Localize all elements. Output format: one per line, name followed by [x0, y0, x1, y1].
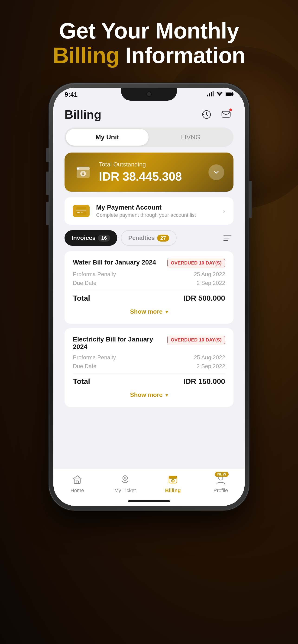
- invoice-total-row-1: Total IDR 150.000: [73, 377, 225, 386]
- svg-rect-16: [76, 210, 86, 212]
- show-more-btn-0[interactable]: Show more ▾: [73, 306, 225, 316]
- ticket-icon-wrap: [119, 474, 131, 486]
- home-icon-wrap: [71, 474, 83, 486]
- notification-dot: [229, 108, 232, 112]
- svg-rect-14: [77, 168, 79, 170]
- show-more-text-1: Show more: [130, 391, 162, 398]
- app-header: Billing: [53, 102, 245, 126]
- invoice-name-0: Water Bill for January 2024: [73, 259, 156, 266]
- power-button: [249, 181, 252, 218]
- hero-section: Get Your Monthly Billing Information: [0, 18, 298, 68]
- filter-button[interactable]: [221, 232, 233, 244]
- phone-shell: 9:41 Billing: [49, 84, 249, 510]
- total-value-1: IDR 150.000: [183, 377, 225, 386]
- due-value-0: 2 Sep 2022: [197, 280, 225, 286]
- svg-rect-18: [81, 212, 83, 213]
- phone-screen: 9:41 Billing: [53, 88, 245, 506]
- invoice-header-1: Electricity Bill for January 2024 OVERDU…: [73, 336, 225, 350]
- svg-rect-27: [169, 476, 177, 478]
- nav-billing-label: Billing: [165, 488, 181, 494]
- payment-title: My Payment Account: [96, 204, 216, 211]
- page-title: Billing: [65, 108, 101, 122]
- nav-my-ticket[interactable]: My Ticket: [101, 474, 149, 494]
- invoice-card-1: Electricity Bill for January 2024 OVERDU…: [65, 328, 233, 407]
- total-label-0: Total: [73, 294, 90, 302]
- message-button[interactable]: [219, 107, 233, 122]
- invoice-row-proforma-1: Proforma Penalty 25 Aug 2022: [73, 354, 225, 361]
- billing-icon-wrap: $: [167, 474, 179, 486]
- outstanding-label: Total Outstanding: [99, 161, 202, 168]
- signal-icon: [207, 91, 213, 98]
- svg-point-24: [123, 476, 127, 480]
- invoice-row-due-1: Due Date 2 Sep 2022: [73, 363, 225, 370]
- outstanding-amount: IDR 38.445.308: [99, 170, 202, 183]
- proforma-label-1: Proforma Penalty: [73, 354, 116, 361]
- profile-icon-wrap: NEW: [215, 474, 227, 486]
- payment-account-row[interactable]: My Payment Account Complete payment thro…: [65, 197, 233, 225]
- outstanding-text: Total Outstanding IDR 38.445.308: [99, 161, 202, 183]
- tab-living[interactable]: LIVNG: [149, 129, 232, 146]
- svg-rect-0: [207, 94, 208, 96]
- volume-down-button: [46, 202, 49, 225]
- app-content: Billing: [53, 102, 245, 506]
- invoices-count: 16: [98, 234, 110, 242]
- outstanding-chevron[interactable]: [208, 164, 224, 180]
- total-label-1: Total: [73, 377, 90, 386]
- svg-rect-6: [232, 93, 233, 95]
- overdue-badge-1: OVERDUED 10 DAY(S): [167, 336, 225, 344]
- svg-rect-22: [74, 479, 80, 484]
- payment-subtitle: Complete payment through your account li…: [96, 212, 216, 218]
- invoice-name-1: Electricity Bill for January 2024: [73, 336, 167, 350]
- outstanding-icon: $: [74, 163, 92, 182]
- show-more-chevron-0: ▾: [165, 309, 168, 315]
- invoices-bar: Invoices 16 Penalties 27: [65, 230, 233, 246]
- hero-information: Information: [119, 43, 245, 68]
- payment-card-icon: [73, 205, 90, 217]
- front-camera: [146, 91, 152, 97]
- tab-penalties[interactable]: Penalties 27: [121, 230, 177, 246]
- nav-billing[interactable]: $ Billing: [149, 474, 197, 494]
- svg-point-25: [124, 477, 126, 479]
- svg-rect-1: [209, 94, 210, 96]
- due-value-1: 2 Sep 2022: [197, 363, 225, 370]
- proforma-value-1: 25 Aug 2022: [194, 354, 225, 361]
- phone-notch: [121, 88, 177, 100]
- penalties-label: Penalties: [128, 234, 155, 242]
- status-icons: [207, 91, 233, 98]
- billing-icon: $: [167, 474, 179, 486]
- invoice-total-row-0: Total IDR 500.000: [73, 294, 225, 302]
- overdue-badge-0: OVERDUED 10 DAY(S): [167, 259, 225, 267]
- mute-button: [46, 148, 49, 162]
- tab-invoices[interactable]: Invoices 16: [65, 230, 117, 246]
- nav-profile[interactable]: NEW Profile: [197, 474, 245, 494]
- proforma-value-0: 25 Aug 2022: [194, 271, 225, 278]
- ticket-icon: [119, 474, 131, 486]
- invoice-divider-1: [73, 373, 225, 374]
- svg-rect-23: [76, 481, 79, 484]
- status-time: 9:41: [65, 91, 78, 98]
- invoices-tabs: Invoices 16 Penalties 27: [65, 230, 177, 246]
- tab-my-unit[interactable]: My Unit: [66, 129, 149, 146]
- history-button[interactable]: [199, 107, 214, 122]
- svg-rect-9: [222, 111, 230, 117]
- invoice-row-due-0: Due Date 2 Sep 2022: [73, 280, 225, 286]
- battery-icon: [226, 92, 233, 98]
- home-icon: [71, 474, 83, 486]
- hero-billing: Billing: [53, 43, 119, 68]
- nav-home[interactable]: Home: [53, 474, 101, 494]
- invoice-divider-0: [73, 290, 225, 290]
- svg-rect-17: [77, 212, 80, 213]
- svg-text:$: $: [172, 480, 173, 482]
- profile-new-badge: NEW: [215, 472, 229, 477]
- wifi-icon: [216, 91, 223, 98]
- header-icons: [199, 107, 233, 122]
- show-more-btn-1[interactable]: Show more ▾: [73, 390, 225, 400]
- due-label-1: Due Date: [73, 363, 96, 370]
- nav-profile-label: Profile: [213, 488, 228, 494]
- nav-ticket-label: My Ticket: [114, 488, 136, 494]
- total-value-0: IDR 500.000: [183, 294, 225, 302]
- invoice-header-0: Water Bill for January 2024 OVERDUED 10 …: [73, 259, 225, 267]
- home-indicator: [128, 500, 170, 502]
- svg-rect-2: [211, 92, 212, 96]
- svg-text:$: $: [82, 172, 84, 176]
